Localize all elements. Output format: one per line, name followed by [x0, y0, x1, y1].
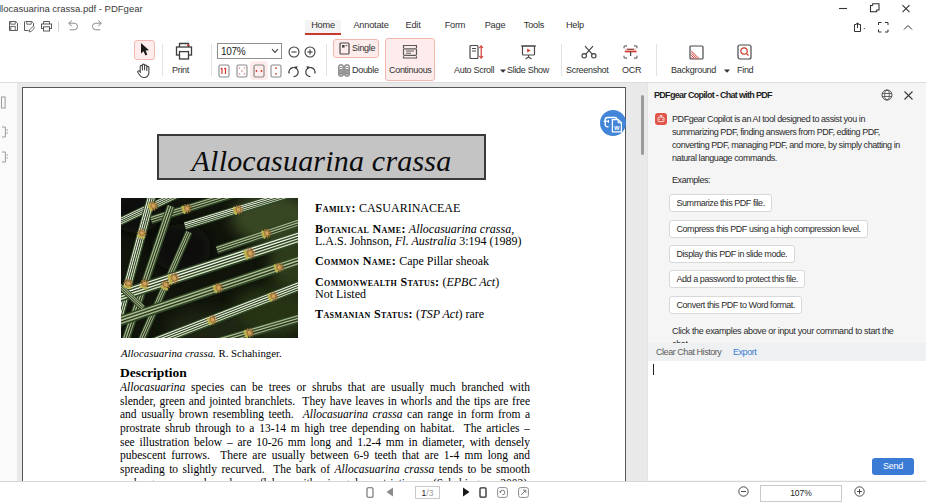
svg-text:w: w: [613, 124, 620, 131]
